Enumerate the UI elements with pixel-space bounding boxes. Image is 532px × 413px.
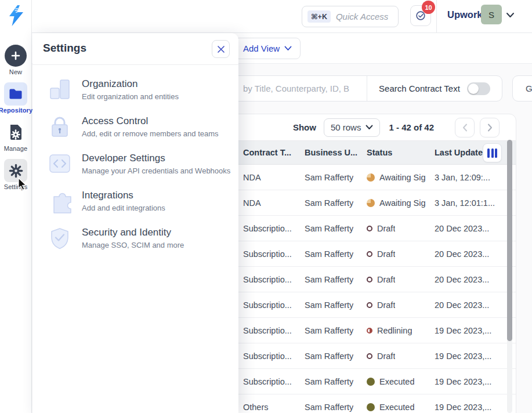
status-label: Redlining <box>377 318 412 343</box>
sidebar-item-label: Repository <box>0 107 32 114</box>
settings-item-developer-settings[interactable]: Developer Settings Manage your API crede… <box>46 150 238 177</box>
search-contract-text-toggle[interactable] <box>467 82 490 95</box>
contract-type-cell: NDA <box>243 190 261 216</box>
chevron-right-icon <box>487 124 493 132</box>
last-updated-cell: 20 Dec 2023... <box>435 292 489 318</box>
status-cell: Draft <box>367 292 395 318</box>
organization-icon <box>46 76 73 103</box>
status-label: Draft <box>377 216 395 241</box>
status-label: Awaiting Sig <box>379 165 426 190</box>
settings-item-organization[interactable]: Organization Edit organization and entit… <box>46 76 238 103</box>
quick-access-search[interactable]: ⌘+K Quick Access <box>302 6 399 27</box>
business-unit-cell: Sam Rafferty <box>305 292 353 318</box>
sidebar-item-new[interactable]: New <box>0 44 32 75</box>
last-updated-cell: 20 Dec 2023... <box>435 241 489 267</box>
go-button[interactable]: Go <box>512 75 532 102</box>
chevron-down-icon[interactable] <box>506 12 515 18</box>
status-label: Draft <box>377 267 395 292</box>
column-settings-button[interactable] <box>483 143 502 162</box>
plus-icon <box>5 45 27 67</box>
status-label: Draft <box>377 241 395 267</box>
status-label: Draft <box>377 292 395 318</box>
settings-item-title: Integrations <box>82 190 165 201</box>
status-label: Executed <box>379 369 414 394</box>
status-cell: Awaiting Sig <box>367 190 426 216</box>
status-cell: Draft <box>367 216 395 241</box>
business-unit-cell: Sam Rafferty <box>305 190 353 216</box>
column-header-status[interactable]: Status <box>367 141 392 165</box>
toggle-knob <box>468 84 479 94</box>
business-unit-cell: Sam Rafferty <box>305 216 353 241</box>
next-page-button[interactable] <box>480 118 500 137</box>
close-icon <box>217 45 225 53</box>
settings-panel-header: Settings <box>32 33 238 65</box>
last-updated-cell: 19 Dec 2023,... <box>435 343 491 369</box>
settings-item-security-identity[interactable]: Security and Identity Manage SSO, SCIM a… <box>46 224 238 251</box>
add-view-label: Add View <box>243 44 280 53</box>
sidebar-item-manage[interactable]: Manage <box>0 121 32 152</box>
status-label: Executed <box>379 394 414 413</box>
page-size-select[interactable]: 50 rows <box>324 118 381 137</box>
business-unit-cell: Sam Rafferty <box>305 318 353 343</box>
previous-page-button[interactable] <box>455 118 475 137</box>
contract-type-cell: NDA <box>243 165 261 190</box>
last-updated-cell: 19 Dec 2023,... <box>435 394 491 413</box>
settings-item-title: Developer Settings <box>82 153 230 164</box>
settings-item-subtitle: Manage SSO, SCIM and more <box>82 241 184 250</box>
column-header-contract-type[interactable]: Contract T... <box>243 141 291 165</box>
chevron-down-icon <box>284 46 292 51</box>
settings-item-title: Security and Identity <box>82 227 184 238</box>
contract-type-cell: Others <box>243 394 269 413</box>
status-draft-icon <box>367 353 372 359</box>
status-draft-icon <box>367 226 372 231</box>
shield-icon <box>46 224 73 251</box>
search-contract-text-section: Search Contract Text <box>367 76 502 101</box>
settings-item-access-control[interactable]: Access Control Add, edit or remove membe… <box>46 113 238 140</box>
contract-type-cell: Subscriptio... <box>243 267 292 292</box>
keyboard-shortcut-badge: ⌘+K <box>307 10 331 23</box>
last-updated-cell: 3 Jan, 12:09:... <box>435 165 490 190</box>
lock-icon <box>46 113 73 140</box>
chevron-left-icon <box>462 124 468 132</box>
close-button[interactable] <box>212 40 230 58</box>
gear-icon <box>8 163 24 179</box>
column-header-last-updated[interactable]: Last Update <box>435 141 483 165</box>
search-contract-text-label: Search Contract Text <box>379 84 460 93</box>
status-executed-icon <box>367 378 375 386</box>
status-cell: Awaiting Sig <box>367 165 426 190</box>
contract-type-cell: Subscriptio... <box>243 343 292 369</box>
folder-icon <box>9 88 23 100</box>
settings-item-subtitle: Add and edit integrations <box>82 204 165 213</box>
top-header: ⌘+K Quick Access 10 Upwork S <box>32 0 532 33</box>
status-draft-icon <box>367 302 372 308</box>
status-redlining-icon <box>367 328 372 334</box>
pagination-range: 1 - 42 of 42 <box>389 122 434 132</box>
settings-panel: Settings Organization Edit organization … <box>32 33 238 413</box>
status-label: Awaiting Sig <box>379 190 426 216</box>
status-cell: Draft <box>367 241 395 267</box>
puzzle-icon <box>46 187 73 214</box>
sidebar-item-settings[interactable]: Settings <box>0 159 32 190</box>
status-cell: Executed <box>367 369 414 394</box>
sidebar-item-label: New <box>9 68 22 75</box>
business-unit-cell: Sam Rafferty <box>305 394 353 413</box>
settings-items: Organization Edit organization and entit… <box>32 65 238 251</box>
last-updated-cell: 3 Jan, 12:01:1... <box>435 190 495 216</box>
sidebar-item-repository[interactable]: Repository <box>0 82 32 114</box>
header-divider <box>436 0 437 32</box>
workspace-name[interactable]: Upwork <box>447 9 483 20</box>
status-label: Draft <box>377 343 395 369</box>
add-view-button[interactable]: Add View <box>234 38 301 59</box>
settings-item-title: Organization <box>82 78 179 90</box>
last-updated-cell: 20 Dec 2023... <box>435 216 489 241</box>
business-unit-cell: Sam Rafferty <box>305 241 353 267</box>
chevron-down-icon <box>365 125 373 130</box>
last-updated-cell: 19 Dec 2023,... <box>435 369 491 394</box>
search-placeholder: by Title, Counterparty, ID, B <box>243 76 349 101</box>
settings-item-title: Access Control <box>82 115 219 127</box>
scrollbar-thumb[interactable] <box>507 140 512 341</box>
avatar[interactable]: S <box>481 5 502 24</box>
settings-item-integrations[interactable]: Integrations Add and edit integrations <box>46 187 238 214</box>
status-executed-icon <box>367 403 375 411</box>
column-header-business-unit[interactable]: Business U... <box>305 141 357 165</box>
